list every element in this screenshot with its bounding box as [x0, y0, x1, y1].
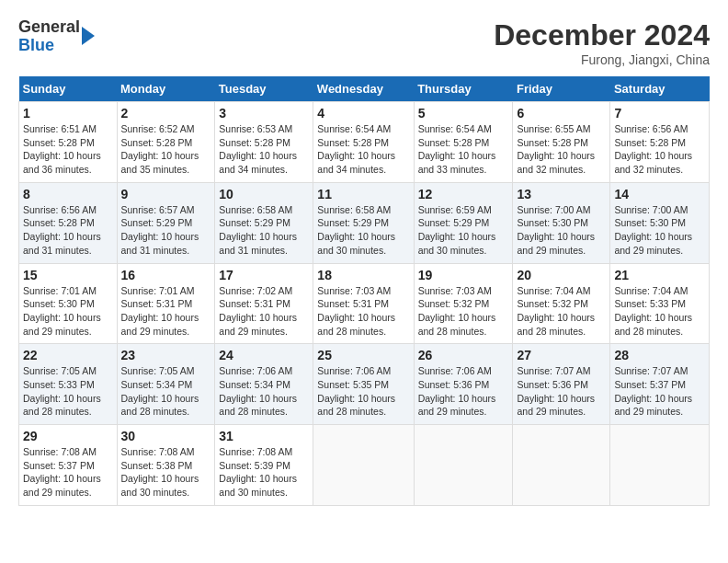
day-info: Sunrise: 7:03 AMSunset: 5:31 PMDaylight:… — [317, 285, 395, 337]
calendar-day-cell — [313, 425, 414, 506]
day-info: Sunrise: 7:06 AMSunset: 5:35 PMDaylight:… — [317, 365, 395, 417]
day-number: 3 — [219, 106, 309, 121]
day-info: Sunrise: 6:54 AMSunset: 5:28 PMDaylight:… — [317, 123, 395, 175]
day-number: 18 — [317, 268, 409, 282]
calendar-day-cell: 18 Sunrise: 7:03 AMSunset: 5:31 PMDaylig… — [313, 263, 414, 344]
calendar-day-cell: 11 Sunrise: 6:58 AMSunset: 5:29 PMDaylig… — [313, 182, 414, 263]
calendar-day-cell: 30 Sunrise: 7:08 AMSunset: 5:38 PMDaylig… — [117, 425, 215, 506]
day-number: 1 — [23, 106, 113, 121]
day-info: Sunrise: 6:55 AMSunset: 5:28 PMDaylight:… — [517, 123, 595, 175]
day-info: Sunrise: 7:01 AMSunset: 5:30 PMDaylight:… — [23, 285, 101, 337]
day-info: Sunrise: 7:04 AMSunset: 5:32 PMDaylight:… — [517, 285, 595, 337]
calendar-week-row: 15 Sunrise: 7:01 AMSunset: 5:30 PMDaylig… — [19, 263, 710, 344]
day-info: Sunrise: 7:07 AMSunset: 5:36 PMDaylight:… — [517, 365, 595, 417]
day-info: Sunrise: 7:04 AMSunset: 5:33 PMDaylight:… — [614, 285, 692, 337]
logo: General Blue — [18, 18, 95, 55]
month-title: December 2024 — [494, 18, 710, 52]
day-number: 6 — [517, 106, 606, 121]
day-number: 29 — [23, 429, 113, 443]
day-number: 16 — [121, 268, 211, 282]
calendar-day-cell: 8 Sunrise: 6:56 AMSunset: 5:28 PMDayligh… — [19, 182, 118, 263]
weekday-header-cell: Sunday — [19, 76, 118, 102]
calendar-day-cell: 2 Sunrise: 6:52 AMSunset: 5:28 PMDayligh… — [117, 102, 215, 183]
calendar-day-cell: 9 Sunrise: 6:57 AMSunset: 5:29 PMDayligh… — [117, 182, 215, 263]
day-info: Sunrise: 6:56 AMSunset: 5:28 PMDaylight:… — [614, 123, 692, 175]
day-info: Sunrise: 7:01 AMSunset: 5:31 PMDaylight:… — [121, 285, 199, 337]
day-number: 23 — [121, 348, 211, 362]
day-info: Sunrise: 6:57 AMSunset: 5:29 PMDaylight:… — [121, 204, 199, 256]
page-header: General Blue December 2024 Furong, Jiang… — [18, 18, 710, 67]
calendar-day-cell: 4 Sunrise: 6:54 AMSunset: 5:28 PMDayligh… — [313, 102, 414, 183]
calendar-day-cell — [513, 425, 610, 506]
calendar-day-cell — [414, 425, 513, 506]
day-number: 19 — [418, 268, 509, 282]
logo-arrow-icon — [82, 27, 95, 45]
calendar-day-cell: 22 Sunrise: 7:05 AMSunset: 5:33 PMDaylig… — [19, 344, 118, 425]
day-info: Sunrise: 7:00 AMSunset: 5:30 PMDaylight:… — [614, 204, 692, 256]
day-number: 11 — [317, 187, 409, 201]
day-info: Sunrise: 6:53 AMSunset: 5:28 PMDaylight:… — [219, 123, 297, 175]
day-info: Sunrise: 7:08 AMSunset: 5:38 PMDaylight:… — [121, 446, 199, 498]
day-info: Sunrise: 7:03 AMSunset: 5:32 PMDaylight:… — [418, 285, 496, 337]
day-info: Sunrise: 7:07 AMSunset: 5:37 PMDaylight:… — [614, 365, 692, 417]
day-number: 5 — [418, 106, 509, 121]
day-info: Sunrise: 6:56 AMSunset: 5:28 PMDaylight:… — [23, 204, 101, 256]
calendar-day-cell — [610, 425, 710, 506]
calendar-day-cell: 23 Sunrise: 7:05 AMSunset: 5:34 PMDaylig… — [117, 344, 215, 425]
calendar-day-cell: 29 Sunrise: 7:08 AMSunset: 5:37 PMDaylig… — [19, 425, 118, 506]
calendar-day-cell: 20 Sunrise: 7:04 AMSunset: 5:32 PMDaylig… — [513, 263, 610, 344]
day-number: 8 — [23, 187, 113, 201]
day-number: 4 — [317, 106, 409, 121]
calendar-day-cell: 3 Sunrise: 6:53 AMSunset: 5:28 PMDayligh… — [215, 102, 313, 183]
day-number: 25 — [317, 348, 409, 362]
day-info: Sunrise: 6:58 AMSunset: 5:29 PMDaylight:… — [317, 204, 395, 256]
day-info: Sunrise: 7:06 AMSunset: 5:36 PMDaylight:… — [418, 365, 496, 417]
weekday-header-cell: Saturday — [610, 76, 710, 102]
calendar-day-cell: 24 Sunrise: 7:06 AMSunset: 5:34 PMDaylig… — [215, 344, 313, 425]
calendar-table: SundayMondayTuesdayWednesdayThursdayFrid… — [18, 76, 710, 506]
calendar-day-cell: 1 Sunrise: 6:51 AMSunset: 5:28 PMDayligh… — [19, 102, 118, 183]
day-info: Sunrise: 6:51 AMSunset: 5:28 PMDaylight:… — [23, 123, 101, 175]
day-number: 31 — [219, 429, 309, 443]
calendar-day-cell: 19 Sunrise: 7:03 AMSunset: 5:32 PMDaylig… — [414, 263, 513, 344]
day-info: Sunrise: 7:05 AMSunset: 5:34 PMDaylight:… — [121, 365, 199, 417]
weekday-header-cell: Monday — [117, 76, 215, 102]
day-info: Sunrise: 6:52 AMSunset: 5:28 PMDaylight:… — [121, 123, 199, 175]
day-info: Sunrise: 6:59 AMSunset: 5:29 PMDaylight:… — [418, 204, 496, 256]
calendar-week-row: 1 Sunrise: 6:51 AMSunset: 5:28 PMDayligh… — [19, 102, 710, 183]
weekday-header-cell: Friday — [513, 76, 610, 102]
day-number: 28 — [614, 348, 705, 362]
day-number: 12 — [418, 187, 509, 201]
calendar-week-row: 29 Sunrise: 7:08 AMSunset: 5:37 PMDaylig… — [19, 425, 710, 506]
day-number: 22 — [23, 348, 113, 362]
calendar-day-cell: 31 Sunrise: 7:08 AMSunset: 5:39 PMDaylig… — [215, 425, 313, 506]
weekday-header-cell: Wednesday — [313, 76, 414, 102]
day-number: 17 — [219, 268, 309, 282]
day-number: 26 — [418, 348, 509, 362]
calendar-day-cell: 6 Sunrise: 6:55 AMSunset: 5:28 PMDayligh… — [513, 102, 610, 183]
day-number: 2 — [121, 106, 211, 121]
day-info: Sunrise: 7:05 AMSunset: 5:33 PMDaylight:… — [23, 365, 101, 417]
calendar-day-cell: 12 Sunrise: 6:59 AMSunset: 5:29 PMDaylig… — [414, 182, 513, 263]
day-number: 15 — [23, 268, 113, 282]
calendar-week-row: 8 Sunrise: 6:56 AMSunset: 5:28 PMDayligh… — [19, 182, 710, 263]
day-info: Sunrise: 6:58 AMSunset: 5:29 PMDaylight:… — [219, 204, 297, 256]
calendar-day-cell: 15 Sunrise: 7:01 AMSunset: 5:30 PMDaylig… — [19, 263, 118, 344]
day-number: 27 — [517, 348, 606, 362]
day-info: Sunrise: 7:08 AMSunset: 5:37 PMDaylight:… — [23, 446, 101, 498]
day-info: Sunrise: 7:00 AMSunset: 5:30 PMDaylight:… — [517, 204, 595, 256]
calendar-week-row: 22 Sunrise: 7:05 AMSunset: 5:33 PMDaylig… — [19, 344, 710, 425]
day-info: Sunrise: 6:54 AMSunset: 5:28 PMDaylight:… — [418, 123, 496, 175]
calendar-day-cell: 17 Sunrise: 7:02 AMSunset: 5:31 PMDaylig… — [215, 263, 313, 344]
calendar-day-cell: 16 Sunrise: 7:01 AMSunset: 5:31 PMDaylig… — [117, 263, 215, 344]
weekday-header-cell: Tuesday — [215, 76, 313, 102]
calendar-day-cell: 14 Sunrise: 7:00 AMSunset: 5:30 PMDaylig… — [610, 182, 710, 263]
calendar-day-cell: 10 Sunrise: 6:58 AMSunset: 5:29 PMDaylig… — [215, 182, 313, 263]
day-number: 14 — [614, 187, 705, 201]
day-info: Sunrise: 7:06 AMSunset: 5:34 PMDaylight:… — [219, 365, 297, 417]
logo-text: General Blue — [18, 18, 80, 55]
day-number: 10 — [219, 187, 309, 201]
day-number: 9 — [121, 187, 211, 201]
day-info: Sunrise: 7:02 AMSunset: 5:31 PMDaylight:… — [219, 285, 297, 337]
calendar-body: 1 Sunrise: 6:51 AMSunset: 5:28 PMDayligh… — [19, 102, 710, 506]
